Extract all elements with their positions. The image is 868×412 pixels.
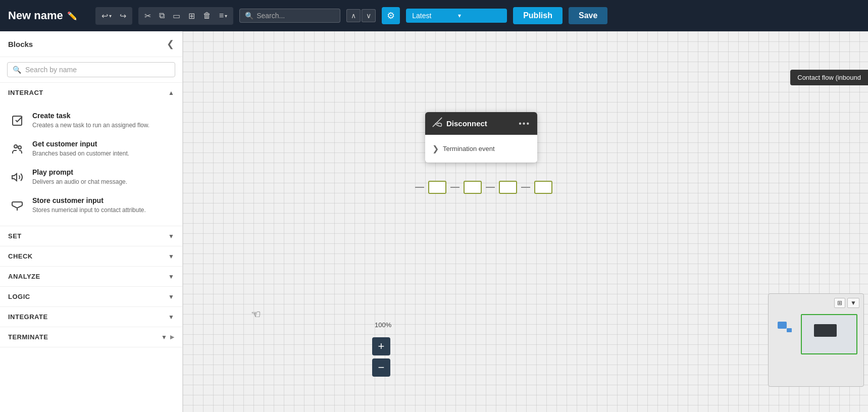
minimap-viewport: [801, 314, 857, 354]
zoom-controls: + −: [372, 337, 390, 377]
disconnect-menu-button[interactable]: •••: [519, 119, 530, 128]
zoom-in-button[interactable]: +: [372, 337, 390, 355]
topbar: New name ✏️ ↩▾ ↪ ✂ ⧉ ▭ ⊞ 🗑 ≡▾ 🔍: [0, 0, 868, 31]
connector-line-3: [486, 187, 495, 188]
block-get-customer-input[interactable]: Get customer input Branches based on cus…: [0, 135, 182, 163]
section-header-logic[interactable]: LOGIC ▼: [0, 287, 182, 307]
section-header-interact[interactable]: INTERACT ▲: [0, 83, 182, 102]
node-box-4[interactable]: [534, 181, 552, 194]
chevron-up-icon: ▲: [168, 89, 174, 96]
copy-button[interactable]: ⧉: [156, 9, 168, 22]
chevron-down-icon-check: ▼: [168, 253, 174, 260]
zoom-level-label: 100%: [375, 321, 391, 329]
section-interact: INTERACT ▲ Create task Creates a new tas…: [0, 83, 182, 226]
contact-flow-tooltip: Contact flow (inbound: [790, 70, 868, 85]
connector-line-1: [415, 187, 424, 188]
block-play-prompt[interactable]: Play prompt Delivers an audio or chat me…: [0, 163, 182, 191]
app-title-area: New name ✏️: [8, 9, 77, 22]
settings-button[interactable]: ⚙: [382, 7, 400, 24]
connector-line-4: [521, 187, 530, 188]
section-header-terminate[interactable]: TERMINATE ▼ ▶: [0, 327, 182, 347]
svg-marker-3: [12, 174, 17, 181]
sidebar-scroll-indicator: ▶: [170, 334, 174, 340]
section-header-analyze[interactable]: ANALYZE ▼: [0, 267, 182, 287]
block-play-prompt-name: Play prompt: [32, 168, 127, 176]
block-get-customer-desc: Branches based on customer intent.: [32, 149, 129, 158]
sidebar: Blocks ❮ 🔍 INTERACT ▲: [0, 31, 183, 412]
sidebar-search-area: 🔍: [0, 57, 182, 83]
block-store-customer-desc: Stores numerical input to contact attrib…: [32, 206, 146, 215]
disconnect-block[interactable]: Disconnect ••• ❯ Termination event: [425, 112, 537, 163]
sidebar-header: Blocks ❮: [0, 31, 182, 57]
redo-button[interactable]: ↪: [117, 9, 129, 23]
sidebar-title: Blocks: [8, 40, 33, 48]
grid-button[interactable]: ⊞: [185, 9, 198, 23]
svg-point-1: [14, 145, 17, 148]
block-play-prompt-desc: Delivers an audio or chat message.: [32, 178, 127, 186]
nav-down-button[interactable]: ∨: [362, 9, 376, 22]
nav-up-button[interactable]: ∧: [346, 9, 361, 22]
minimap-inner: [769, 294, 863, 386]
termination-arrow-icon: ❯: [432, 144, 439, 153]
disconnect-title: Disconnect: [446, 119, 487, 128]
delete-button[interactable]: 🗑: [200, 9, 214, 22]
sidebar-search-input[interactable]: [25, 66, 170, 74]
chevron-down-icon-logic: ▼: [168, 293, 174, 300]
search-icon: 🔍: [245, 12, 253, 20]
create-task-icon: [8, 112, 26, 130]
svg-point-2: [18, 146, 21, 149]
interact-items: Create task Creates a new task to run an…: [0, 102, 182, 226]
sidebar-search-wrap[interactable]: 🔍: [7, 62, 175, 77]
gear-icon: ⚙: [387, 11, 395, 21]
canvas-search-box[interactable]: 🔍: [239, 9, 340, 23]
app-title: New name: [8, 9, 63, 22]
section-header-integrate[interactable]: INTEGRATE ▼: [0, 307, 182, 327]
sidebar-collapse-button[interactable]: ❮: [167, 38, 174, 49]
connector-line-2: [450, 187, 459, 188]
zoom-out-button[interactable]: −: [372, 358, 390, 377]
block-create-task[interactable]: Create task Creates a new task to run an…: [0, 107, 182, 135]
block-store-customer-input[interactable]: Store customer input Stores numerical in…: [0, 191, 182, 220]
save-button[interactable]: Save: [569, 7, 607, 24]
undo-button[interactable]: ↩▾: [98, 9, 115, 23]
chevron-down-icon-terminate: ▼: [161, 334, 167, 341]
nav-arrow-group: ∧ ∨: [346, 9, 376, 22]
text-format-button[interactable]: ≡▾: [216, 9, 230, 22]
chevron-down-icon-integrate: ▼: [168, 314, 174, 321]
disconnect-body: ❯ Termination event: [425, 135, 537, 163]
minimap-node-small-2: [787, 328, 792, 332]
node-box-1[interactable]: [428, 181, 446, 194]
chevron-down-icon-set: ▼: [168, 233, 174, 240]
nodes-row: [415, 181, 552, 194]
frame-button[interactable]: ▭: [170, 9, 183, 23]
version-selector[interactable]: Latest ▾: [406, 9, 507, 23]
cut-button[interactable]: ✂: [141, 9, 154, 23]
publish-button[interactable]: Publish: [513, 7, 563, 24]
play-prompt-icon: [8, 168, 26, 186]
main-layout: Blocks ❮ 🔍 INTERACT ▲: [0, 31, 868, 412]
minimap-node-small-1: [778, 322, 787, 329]
block-create-task-name: Create task: [32, 112, 149, 120]
edit-title-icon[interactable]: ✏️: [67, 11, 77, 21]
canvas-search-input[interactable]: [257, 12, 335, 20]
block-create-task-desc: Creates a new task to run an assigned fl…: [32, 121, 149, 130]
node-box-2[interactable]: [464, 181, 482, 194]
chevron-down-icon-analyze: ▼: [168, 273, 174, 280]
block-store-customer-name: Store customer input: [32, 196, 146, 204]
store-customer-input-icon: [8, 196, 26, 215]
section-header-set[interactable]: SET ▼: [0, 226, 182, 246]
node-box-3[interactable]: [499, 181, 517, 194]
undo-redo-group: ↩▾ ↪: [95, 7, 132, 25]
sidebar-search-icon: 🔍: [13, 66, 21, 74]
block-get-customer-name: Get customer input: [32, 140, 129, 148]
minimap: ⊞ ▼: [768, 293, 864, 387]
section-header-check[interactable]: CHECK ▼: [0, 246, 182, 267]
svg-rect-0: [13, 116, 22, 125]
disconnect-phone-icon: [432, 117, 442, 130]
disconnect-header: Disconnect •••: [425, 112, 537, 135]
termination-label: Termination event: [443, 145, 495, 152]
edit-tools-group: ✂ ⧉ ▭ ⊞ 🗑 ≡▾: [138, 7, 233, 25]
sidebar-content: INTERACT ▲ Create task Creates a new tas…: [0, 83, 182, 412]
canvas-area[interactable]: Contact flow (inbound Disconnect •••: [183, 31, 868, 412]
get-customer-input-icon: [8, 140, 26, 158]
